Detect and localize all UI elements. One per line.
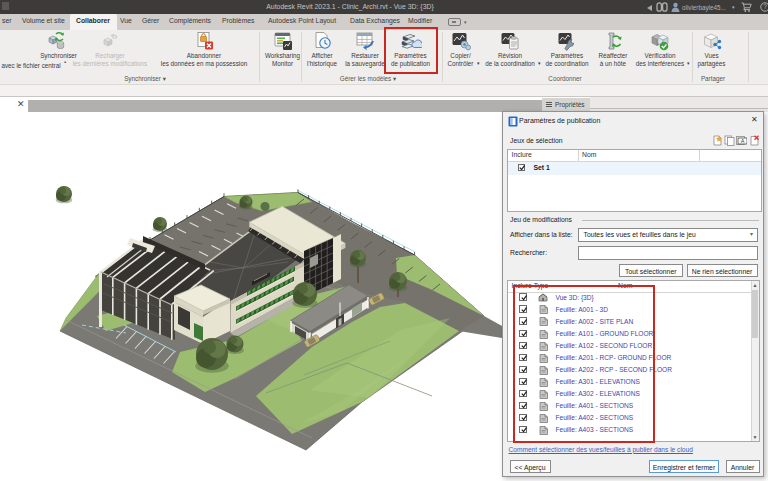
svg-text:A: A [741,138,745,144]
